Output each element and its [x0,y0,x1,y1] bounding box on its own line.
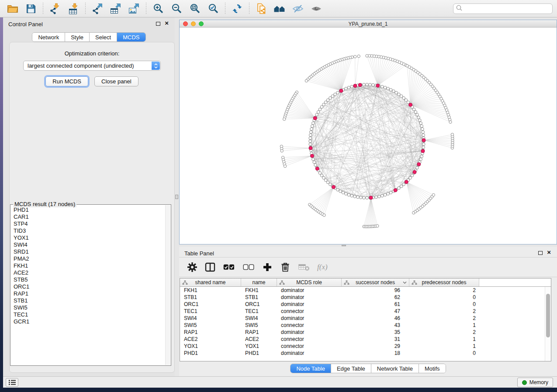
table-row[interactable]: YOX1YOX1connector291 [180,343,551,350]
tab-motifs[interactable]: Motifs [419,364,446,373]
zoom-in-icon[interactable] [152,2,165,15]
add-column-icon[interactable] [262,261,273,273]
column-header-MCDS-role[interactable]: MCDS role [277,279,342,286]
split-table-icon[interactable] [204,261,216,273]
export-network-icon[interactable] [91,2,104,15]
table-row[interactable]: RAP1RAP1dominator352 [180,329,551,336]
column-header-predecessor-nodes[interactable]: predecessor nodes [409,279,479,286]
mcds-result-item[interactable]: STP4 [11,220,165,227]
save-session-icon[interactable] [24,2,38,15]
tab-edge-table[interactable]: Edge Table [331,364,371,373]
table-body: FKH1FKH1dominator962STB1STB1dominator620… [180,287,551,357]
first-neighbors-icon[interactable] [273,2,286,15]
export-image-icon[interactable] [128,2,141,15]
mcds-result-item[interactable]: SRD1 [11,248,165,255]
mcds-result-item[interactable]: YOX1 [11,234,165,241]
search-input[interactable] [462,4,550,13]
criterion-value: largest connected component (undirected) [28,62,134,69]
mcds-result-item[interactable]: STB5 [11,276,165,283]
run-mcds-button[interactable]: Run MCDS [45,76,88,86]
table-row[interactable]: ORC1ORC1dominator610 [180,301,551,308]
column-header-name[interactable]: name [241,279,277,286]
zoom-out-icon[interactable] [170,2,183,15]
search-box [453,3,553,14]
mcds-result-item[interactable]: SWI4 [11,241,165,248]
mcds-result-item[interactable]: CAR1 [11,213,165,220]
close-panel-icon[interactable]: × [547,249,551,256]
mcds-result-item[interactable]: PMA2 [11,255,165,262]
close-panel-button[interactable]: Close panel [94,76,138,86]
float-panel-icon[interactable] [538,251,543,255]
table-toolbar: f(x) [179,257,557,277]
network-canvas[interactable] [180,28,557,244]
mcds-result-item[interactable]: STB1 [11,297,165,304]
task-history-button[interactable] [6,378,18,387]
mcds-result-item[interactable]: ORC1 [11,283,165,290]
deselect-all-checkboxes-icon[interactable] [242,261,255,273]
mcds-result-box: MCDS result (17 nodes) PHD1CAR1STP4TID3Y… [10,204,171,366]
table-cell: dominator [277,294,342,301]
column-header-shared-name[interactable]: shared name [180,279,241,286]
list-icon [8,379,16,385]
network-window: YPA_prune.txt_1 [179,20,557,244]
table-scrollbar[interactable] [545,287,551,361]
table-cell: ORC1 [180,301,241,308]
tab-mcds[interactable]: MCDS [117,33,145,41]
table-cell: dominator [277,329,342,336]
table-cell: 31 [342,336,409,343]
splitter-handle[interactable] [342,245,346,246]
mcds-result-item[interactable]: FKH1 [11,262,165,269]
column-settings-gear-icon[interactable] [187,261,198,273]
mcds-result-item[interactable]: ACE2 [11,269,165,276]
table-cell: RAP1 [180,329,241,336]
delete-columns-icon[interactable] [280,261,291,273]
hide-selected-icon[interactable] [291,2,304,15]
table-cell: dominator [277,350,342,357]
mcds-result-item[interactable]: TID3 [11,227,165,234]
mcds-scrollbar[interactable] [165,205,170,365]
tab-node-table[interactable]: Node Table [291,364,331,373]
zoom-selected-icon[interactable] [207,2,220,15]
table-row[interactable]: ACE2ACE2connector311 [180,336,551,343]
optimization-criterion-label: Optimization criterion: [10,50,174,57]
table-cell: ACE2 [241,336,277,343]
scrollbar-thumb[interactable] [546,294,550,337]
memory-button[interactable]: Memory [517,378,553,387]
table-row[interactable]: SWI5SWI5connector431 [180,322,551,329]
mcds-result-item[interactable]: PHD1 [11,206,165,213]
table-row[interactable]: STB1STB1dominator620 [180,294,551,301]
table-row[interactable]: FKH1FKH1dominator962 [180,287,551,294]
tab-select[interactable]: Select [90,33,117,41]
control-panel-title: Control Panel [8,21,43,28]
export-table-icon[interactable] [109,2,122,15]
network-titlebar[interactable]: YPA_prune.txt_1 [180,20,557,28]
mcds-result-item[interactable]: RAP1 [11,290,165,297]
show-all-icon[interactable] [310,2,323,15]
refresh-view-icon[interactable] [231,2,244,15]
tab-style[interactable]: Style [65,33,90,41]
splitter-handle[interactable] [175,195,178,199]
table-cell: dominator [277,301,342,308]
import-table-icon[interactable] [67,2,80,15]
open-session-icon[interactable] [6,2,19,15]
table-row[interactable]: TEC1TEC1connector472 [180,308,551,315]
select-all-checkboxes-icon[interactable] [222,261,235,273]
mcds-result-item[interactable]: SWI5 [11,304,165,311]
table-cell: RAP1 [241,329,277,336]
zoom-fit-icon[interactable] [188,2,201,15]
memory-label: Memory [529,379,548,385]
table-row[interactable]: PHD1PHD1dominator180 [180,350,551,357]
tab-network-table[interactable]: Network Table [371,364,419,373]
vertical-splitter[interactable] [175,17,179,376]
mcds-result-item[interactable]: GCR1 [11,318,165,325]
float-panel-icon[interactable] [156,22,160,26]
clone-network-icon[interactable] [255,2,268,15]
criterion-dropdown[interactable]: largest connected component (undirected) [23,61,161,71]
close-panel-icon[interactable]: × [165,20,169,27]
column-header-successor-nodes[interactable]: successor nodes [342,279,409,286]
table-cell: connector [277,308,342,315]
tab-network[interactable]: Network [32,33,65,41]
table-row[interactable]: SWI4SWI4dominator462 [180,315,551,322]
import-network-icon[interactable] [48,2,62,15]
mcds-result-item[interactable]: TEC1 [11,311,165,318]
